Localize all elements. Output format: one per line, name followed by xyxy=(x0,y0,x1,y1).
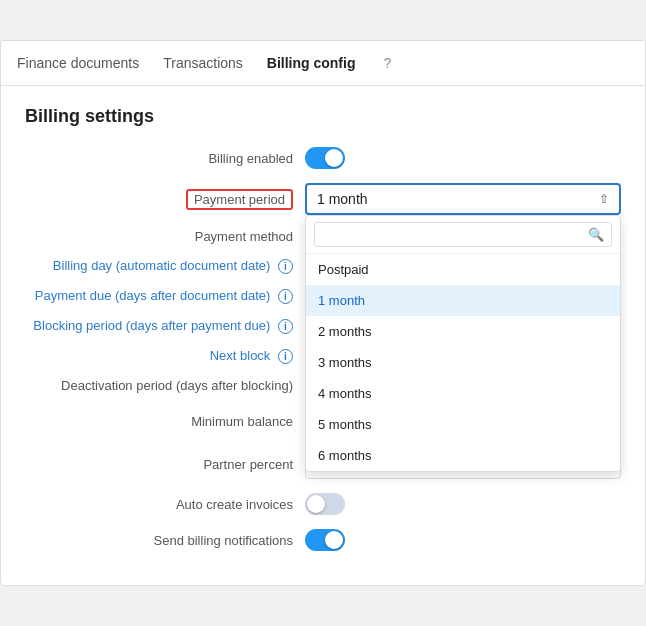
page-title: Billing settings xyxy=(25,106,621,127)
billing-day-label: Billing day (automatic document date) i xyxy=(25,258,305,274)
payment-due-label: Payment due (days after document date) i xyxy=(25,288,305,304)
payment-method-label: Payment method xyxy=(25,229,305,244)
blocking-period-label: Blocking period (days after payment due)… xyxy=(25,318,305,334)
billing-day-info-icon[interactable]: i xyxy=(278,259,293,274)
deactivation-period-label: Deactivation period (days after blocking… xyxy=(25,378,305,393)
auto-create-invoices-row: Auto create invoices xyxy=(25,493,621,515)
dropdown-item-3months[interactable]: 3 months xyxy=(306,347,620,378)
content-area: Billing settings Billing enabled Payment… xyxy=(1,86,645,585)
auto-create-invoices-toggle[interactable] xyxy=(305,493,345,515)
send-billing-notifications-row: Send billing notifications xyxy=(25,529,621,551)
nav-finance-documents[interactable]: Finance documents xyxy=(17,51,139,75)
billing-enabled-label: Billing enabled xyxy=(25,151,305,166)
payment-period-value: 1 month xyxy=(317,191,368,207)
chevron-up-icon: ⇧ xyxy=(599,192,609,206)
send-billing-notifications-control xyxy=(305,529,621,551)
send-billing-notifications-toggle[interactable] xyxy=(305,529,345,551)
toggle-thumb xyxy=(325,531,343,549)
toggle-thumb xyxy=(307,495,325,513)
billing-enabled-row: Billing enabled xyxy=(25,147,621,169)
billing-enabled-toggle[interactable] xyxy=(305,147,345,169)
dropdown-item-2months[interactable]: 2 months xyxy=(306,316,620,347)
next-block-info-icon[interactable]: i xyxy=(278,349,293,364)
dropdown-search-row: 🔍 xyxy=(306,216,620,254)
nav-bar: Finance documents Transactions Billing c… xyxy=(1,41,645,86)
partner-percent-label: Partner percent xyxy=(25,457,305,472)
blocking-period-info-icon[interactable]: i xyxy=(278,319,293,334)
dropdown-list: Postpaid 1 month 2 months 3 months 4 mon… xyxy=(306,254,620,471)
dropdown-item-5months[interactable]: 5 months xyxy=(306,409,620,440)
nav-billing-config[interactable]: Billing config xyxy=(267,51,356,75)
dropdown-item-1month[interactable]: 1 month xyxy=(306,285,620,316)
nav-transactions[interactable]: Transactions xyxy=(163,51,243,75)
dropdown-search-input[interactable] xyxy=(314,222,612,247)
payment-due-info-icon[interactable]: i xyxy=(278,289,293,304)
send-billing-notifications-label: Send billing notifications xyxy=(25,533,305,548)
toggle-thumb xyxy=(325,149,343,167)
payment-period-dropdown-panel: 🔍 Postpaid 1 month 2 months 3 months 4 m… xyxy=(305,215,621,472)
minimum-balance-label: Minimum balance xyxy=(25,414,305,429)
auto-create-invoices-label: Auto create invoices xyxy=(25,497,305,512)
payment-period-row: Payment period 1 month ⇧ 🔍 Postpaid 1 mo… xyxy=(25,183,621,215)
next-block-label: Next block i xyxy=(25,348,305,364)
payment-period-dropdown[interactable]: 1 month ⇧ xyxy=(305,183,621,215)
dropdown-item-postpaid[interactable]: Postpaid xyxy=(306,254,620,285)
help-icon[interactable]: ? xyxy=(383,55,391,71)
dropdown-item-6months[interactable]: 6 months xyxy=(306,440,620,471)
auto-create-invoices-control xyxy=(305,493,621,515)
dropdown-item-4months[interactable]: 4 months xyxy=(306,378,620,409)
main-window: Finance documents Transactions Billing c… xyxy=(0,40,646,586)
payment-period-label-box: Payment period xyxy=(25,183,305,210)
payment-period-control: 1 month ⇧ 🔍 Postpaid 1 month 2 months 3 … xyxy=(305,183,621,215)
billing-enabled-control xyxy=(305,147,621,169)
payment-period-label: Payment period xyxy=(186,189,293,210)
